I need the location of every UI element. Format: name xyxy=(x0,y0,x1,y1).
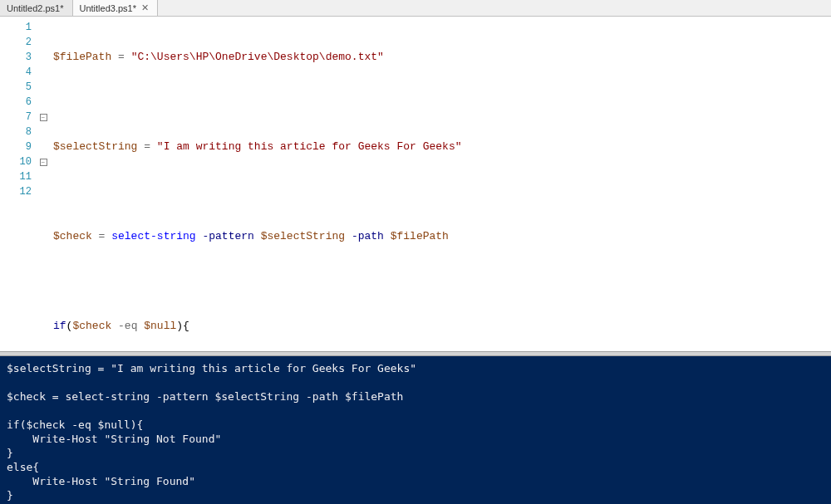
fold-gutter: − − xyxy=(38,17,48,351)
tab-label: Untitled2.ps1* xyxy=(7,3,64,13)
fold-minus-icon[interactable]: − xyxy=(40,159,47,166)
tab-bar: Untitled2.ps1* Untitled3.ps1* ✕ xyxy=(0,0,831,17)
console-pane[interactable]: $selectString = "I am writing this artic… xyxy=(0,356,831,504)
line-number: 10 xyxy=(0,154,38,169)
console-line: $selectString = "I am writing this artic… xyxy=(7,362,416,374)
line-number: 6 xyxy=(0,95,38,110)
code-line: $selectString = "I am writing this artic… xyxy=(53,139,831,154)
line-number: 4 xyxy=(0,65,38,80)
code-line: $filePath = "C:\Users\HP\OneDrive\Deskto… xyxy=(53,50,831,65)
console-line: if($check -eq $null){ xyxy=(7,418,143,431)
line-number: 9 xyxy=(0,139,38,154)
code-line xyxy=(53,95,831,110)
code-line xyxy=(53,274,831,289)
tab-untitled3[interactable]: Untitled3.ps1* ✕ xyxy=(73,0,159,16)
line-number: 8 xyxy=(0,125,38,139)
console-line: } xyxy=(7,447,13,459)
code-editor[interactable]: 1 2 3 4 5 6 7 8 9 10 11 12 − − $filePath… xyxy=(0,17,831,351)
console-line: Write-Host "String Not Found" xyxy=(7,433,221,445)
tab-untitled2[interactable]: Untitled2.ps1* xyxy=(0,0,73,16)
line-number: 11 xyxy=(0,169,38,184)
line-number: 1 xyxy=(0,20,38,35)
line-number: 7 xyxy=(0,110,38,125)
line-number: 3 xyxy=(0,50,38,65)
tab-label: Untitled3.ps1* xyxy=(80,3,137,13)
code-area[interactable]: $filePath = "C:\Users\HP\OneDrive\Deskto… xyxy=(48,17,831,351)
code-line xyxy=(53,184,831,199)
console-line: $check = select-string -pattern $selectS… xyxy=(7,390,403,403)
console-line: else{ xyxy=(7,461,39,473)
console-line: Write-Host "String Found" xyxy=(7,475,195,487)
line-number: 2 xyxy=(0,35,38,50)
line-number: 12 xyxy=(0,184,38,199)
line-number-gutter: 1 2 3 4 5 6 7 8 9 10 11 12 xyxy=(0,17,38,351)
code-line: if($check -eq $null){ xyxy=(53,319,831,334)
line-number: 5 xyxy=(0,80,38,95)
fold-minus-icon[interactable]: − xyxy=(40,114,47,121)
close-icon[interactable]: ✕ xyxy=(141,3,149,12)
code-line: $check = select-string -pattern $selectS… xyxy=(53,229,831,244)
console-line: } xyxy=(7,489,13,502)
